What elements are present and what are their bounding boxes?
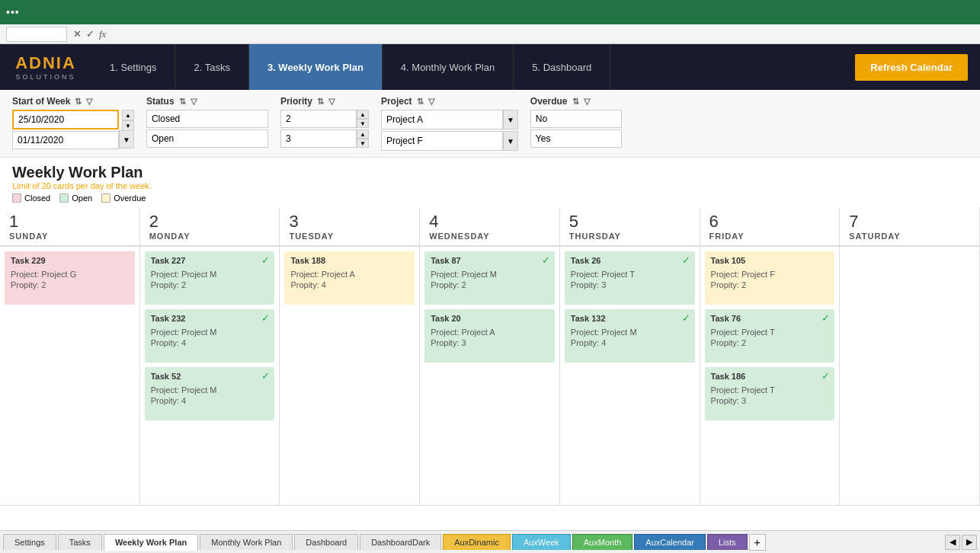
task-card[interactable]: ✓ Task 87 Project: Project M Propity: 2 [424,251,555,305]
start-of-week-input-1[interactable]: 25/10/2020 [12,110,119,129]
priority-filter-icon[interactable]: ▽ [328,97,335,107]
overdue-input-1[interactable]: No [530,110,622,128]
priority-spinner-down-2[interactable]: ▼ [357,139,369,148]
day-number: 4 [429,212,550,232]
cal-col-wednesday: ✓ Task 87 Project: Project M Propity: 2 … [420,247,560,505]
task-card[interactable]: ✓ Task 132 Project: Project M Propity: 4 [565,309,695,363]
status-sort-icon[interactable]: ⇅ [179,97,186,107]
spinner-down[interactable]: ▼ [122,120,134,131]
priority-sort-icon[interactable]: ⇅ [317,97,324,107]
task-priority: Propity: 4 [151,338,269,347]
priority-spinner-up-2[interactable]: ▲ [357,129,369,139]
task-card[interactable]: Task 229 Project: Project G Propity: 2 [5,251,135,305]
bottom-tab-auxdinamic[interactable]: AuxDinamic [443,534,511,550]
cancel-icon[interactable]: ✕ [73,28,82,40]
bottom-tab-auxcalendar[interactable]: AuxCalendar [634,534,706,550]
task-priority: Propity: 2 [711,338,829,347]
name-box[interactable] [6,27,67,42]
project-caret-1[interactable]: ▼ [503,110,518,129]
task-card[interactable]: ✓ Task 232 Project: Project M Propity: 4 [145,309,275,363]
page-subtitle: Limit of 20 cards per day of the week. [12,181,968,190]
legend-item-open: Open [59,193,92,203]
bottom-tab-tasks[interactable]: Tasks [58,534,102,550]
spinner-up[interactable]: ▲ [122,110,134,120]
status-input-2[interactable]: Open [146,129,268,148]
bottom-tab-dashboard[interactable]: Dashboard [294,534,358,550]
start-of-week-caret[interactable]: ▼ [119,130,134,149]
overdue-filter-icon[interactable]: ▽ [584,97,590,107]
legend-label: Overdue [114,193,146,203]
day-name: SATURDAY [849,232,970,241]
day-name: TUESDAY [289,232,410,241]
bottom-tab-weekly-work-plan[interactable]: Weekly Work Plan [104,534,198,551]
priority-input-2[interactable]: 3 [280,129,357,148]
function-icon[interactable]: fx [99,28,106,40]
task-card[interactable]: ✓ Task 26 Project: Project T Propity: 3 [565,251,695,305]
overdue-sort-icon[interactable]: ⇅ [572,97,579,107]
bottom-tab-auxmonth[interactable]: AuxMonth [572,534,633,550]
task-check-icon: ✓ [682,254,690,266]
task-name: Task 26 [571,256,689,265]
nav-tab-3.-weekly-work-plan[interactable]: 3. Weekly Work Plan [249,44,383,90]
legend-label: Closed [24,193,50,203]
refresh-calendar-button[interactable]: Refresh Calendar [855,54,968,81]
project-filter-icon[interactable]: ▽ [428,97,434,107]
logo-main: ADNIA [15,53,76,73]
confirm-icon[interactable]: ✓ [86,28,94,40]
nav-tab-2.-tasks[interactable]: 2. Tasks [175,44,248,90]
task-card[interactable]: ✓ Task 52 Project: Project M Propity: 4 [145,367,275,420]
task-check-icon: ✓ [682,312,690,324]
filter-status: Status ⇅ ▽ Closed Open [146,96,268,148]
task-card[interactable]: ✓ Task 186 Project: Project T Propity: 3 [705,367,835,420]
cal-col-thursday: ✓ Task 26 Project: Project T Propity: 3 … [560,247,700,505]
overdue-label: Overdue [530,96,568,107]
tab-scroll-left[interactable]: ◀ [945,535,960,550]
project-caret-2[interactable]: ▼ [503,131,518,151]
status-input-1[interactable]: Closed [146,110,268,128]
priority-spinner-down[interactable]: ▼ [357,119,369,128]
overdue-input-2[interactable]: Yes [530,129,622,148]
start-of-week-sort-icon[interactable]: ⇅ [75,97,82,107]
status-label: Status [146,96,175,107]
project-input-2[interactable]: Project F [381,131,503,151]
nav-tab-4.-monthly-work-plan[interactable]: 4. Monthly Work Plan [383,44,514,90]
start-of-week-filter-icon[interactable]: ▽ [86,97,92,107]
task-project: Project: Project A [431,328,549,337]
priority-label: Priority [280,96,312,107]
start-of-week-input-2[interactable]: 01/11/2020 [12,131,119,149]
bottom-tab-settings[interactable]: Settings [3,534,56,550]
project-input-1[interactable]: Project A [381,110,503,129]
task-card[interactable]: ✓ Task 76 Project: Project T Propity: 2 [705,309,835,363]
legend-label: Open [72,193,92,203]
task-card[interactable]: Task 105 Project: Project F Propity: 2 [705,251,835,305]
bottom-tab-lists[interactable]: Lists [707,534,748,550]
task-check-icon: ✓ [261,370,270,382]
legend-color [59,193,69,203]
task-project: Project: Project M [151,328,269,337]
task-priority: Propity: 4 [151,396,269,405]
task-card[interactable]: Task 20 Project: Project A Propity: 3 [424,309,555,363]
day-name: MONDAY [149,232,271,241]
tab-scroll-right[interactable]: ▶ [962,535,977,550]
start-of-week-label: Start of Week [12,96,70,107]
bottom-tab-auxweek[interactable]: AuxWeek [512,534,571,550]
bottom-tab-dashboarddark[interactable]: DashboardDark [360,534,441,550]
priority-input-1[interactable]: 2 [280,110,357,128]
priority-spinner-up[interactable]: ▲ [357,110,369,119]
nav-tab-5.-dashboard[interactable]: 5. Dashboard [514,44,610,90]
task-project: Project: Project M [151,385,269,395]
start-of-week-spinners: ▲ ▼ [122,110,134,131]
cal-header-saturday: 7SATURDAY [840,207,980,245]
bottom-tab-monthly-work-plan[interactable]: Monthly Work Plan [200,534,293,550]
task-priority: Propity: 2 [431,280,549,289]
add-sheet-button[interactable]: + [749,534,766,551]
page-title: Weekly Work Plan [12,164,968,181]
task-project: Project: Project F [711,270,829,279]
nav-tab-1.-settings[interactable]: 1. Settings [91,44,175,90]
project-sort-icon[interactable]: ⇅ [417,97,424,107]
task-card[interactable]: ✓ Task 227 Project: Project M Propity: 2 [145,251,275,305]
task-card[interactable]: Task 188 Project: Project A Propity: 4 [284,251,415,305]
status-filter-icon[interactable]: ▽ [191,97,197,107]
task-project: Project: Project T [571,270,689,279]
excel-title-bar: ••• [0,0,980,24]
